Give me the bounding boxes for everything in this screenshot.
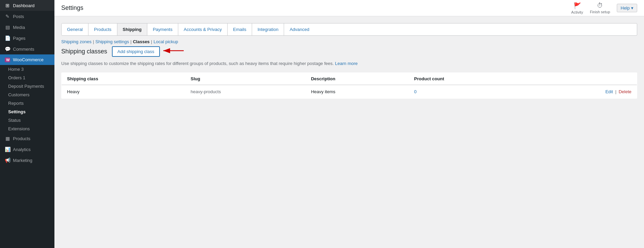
sidebar-item-label: Products xyxy=(13,136,30,141)
tab-general[interactable]: General xyxy=(62,23,88,35)
help-button[interactable]: Help ▾ xyxy=(617,4,637,12)
orders-badge: 1 xyxy=(23,75,25,80)
sub-nav-pickup[interactable]: Local pickup xyxy=(153,39,178,44)
tab-payments[interactable]: Payments xyxy=(147,23,178,35)
section-description: Use shipping classes to customize the sh… xyxy=(61,60,637,67)
row-actions: Edit | Delete xyxy=(528,85,637,98)
col-description: Description xyxy=(306,72,409,85)
finish-setup-icon: ⏱ xyxy=(597,2,603,9)
sidebar-sub-settings[interactable]: Settings xyxy=(0,108,54,116)
dashboard-icon: ⊞ xyxy=(5,3,10,8)
sidebar-item-label: Dashboard xyxy=(13,3,35,8)
shipping-classes-table: Shipping class Slug Description Product … xyxy=(61,72,637,99)
row-description: Heavy items xyxy=(306,85,409,98)
sidebar-item-products[interactable]: ▦ Products xyxy=(0,133,54,144)
home-badge: 3 xyxy=(21,67,23,72)
sidebar-item-posts[interactable]: ✎ Posts xyxy=(0,11,54,22)
main-content: Settings 🚩 Activity ⏱ Finish setup Help … xyxy=(54,0,644,248)
sidebar-item-label: Comments xyxy=(13,47,34,52)
sidebar-item-label: Pages xyxy=(13,36,26,41)
tab-integration[interactable]: Integration xyxy=(252,23,284,35)
add-shipping-class-button[interactable]: Add shipping class xyxy=(112,46,160,57)
sidebar-sub-reports[interactable]: Reports xyxy=(0,99,54,108)
pages-icon: 📄 xyxy=(5,35,10,41)
activity-label: Activity xyxy=(571,10,583,14)
sidebar-sub-orders[interactable]: Orders 1 xyxy=(0,73,54,82)
topbar-right: 🚩 Activity ⏱ Finish setup Help ▾ xyxy=(571,2,637,14)
settings-tabs: General Products Shipping Payments Accou… xyxy=(61,23,637,36)
sub-nav: Shipping zones | Shipping settings | Cla… xyxy=(61,36,637,46)
activity-button[interactable]: 🚩 Activity xyxy=(571,2,583,14)
sidebar-item-analytics[interactable]: 📊 Analytics xyxy=(0,144,54,155)
sidebar-item-media[interactable]: ▤ Media xyxy=(0,22,54,33)
tab-shipping[interactable]: Shipping xyxy=(117,23,148,35)
row-class-name: Heavy xyxy=(62,85,185,98)
red-arrow-annotation xyxy=(162,46,185,56)
delete-link[interactable]: Delete xyxy=(618,89,631,94)
col-shipping-class: Shipping class xyxy=(62,72,185,85)
col-actions xyxy=(528,72,637,85)
sidebar-sub-extensions[interactable]: Extensions xyxy=(0,125,54,133)
media-icon: ▤ xyxy=(5,24,10,30)
tab-emails[interactable]: Emails xyxy=(228,23,252,35)
sub-nav-classes: Classes xyxy=(133,39,150,44)
sidebar-item-dashboard[interactable]: ⊞ Dashboard xyxy=(0,0,54,11)
sidebar-item-label: Marketing xyxy=(13,158,32,163)
learn-more-link[interactable]: Learn more xyxy=(335,61,358,66)
section-title: Shipping classes xyxy=(61,48,107,55)
sidebar-item-label: Analytics xyxy=(13,147,31,152)
finish-setup-button[interactable]: ⏱ Finish setup xyxy=(590,2,610,14)
sub-nav-zones[interactable]: Shipping zones xyxy=(61,39,92,44)
sidebar-item-label: WooCommerce xyxy=(13,57,44,62)
sidebar-sub-customers[interactable]: Customers xyxy=(0,90,54,99)
chevron-down-icon: ▾ xyxy=(631,5,633,11)
tab-advanced[interactable]: Advanced xyxy=(284,23,315,35)
finish-setup-label: Finish setup xyxy=(590,10,610,14)
row-product-count: 0 xyxy=(409,85,528,98)
sidebar-item-marketing[interactable]: 📢 Marketing xyxy=(0,155,54,166)
sidebar-sub-status[interactable]: Status xyxy=(0,116,54,125)
sidebar-sub-home[interactable]: Home 3 xyxy=(0,65,54,73)
table-body: Heavy heavy-products Heavy items 0 Edit … xyxy=(62,85,637,98)
add-class-wrapper: Add shipping class xyxy=(112,46,160,57)
marketing-icon: 📢 xyxy=(5,158,10,163)
content-area: General Products Shipping Payments Accou… xyxy=(54,16,644,248)
sidebar-item-woocommerce[interactable]: W WooCommerce xyxy=(0,54,54,65)
page-title: Settings xyxy=(61,4,83,12)
table-header: Shipping class Slug Description Product … xyxy=(62,72,637,85)
woo-icon: W xyxy=(5,57,10,62)
sidebar-item-label: Posts xyxy=(13,14,24,19)
table-row: Heavy heavy-products Heavy items 0 Edit … xyxy=(62,85,637,98)
topbar: Settings 🚩 Activity ⏱ Finish setup Help … xyxy=(54,0,644,16)
sub-nav-settings[interactable]: Shipping settings xyxy=(95,39,129,44)
posts-icon: ✎ xyxy=(5,14,10,19)
activity-icon: 🚩 xyxy=(574,2,581,10)
comments-icon: 💬 xyxy=(5,46,10,52)
sidebar-sub-deposit[interactable]: Deposit Payments xyxy=(0,82,54,90)
tab-products[interactable]: Products xyxy=(88,23,117,35)
products-icon: ▦ xyxy=(5,136,10,141)
col-count: Product count xyxy=(409,72,528,85)
analytics-icon: 📊 xyxy=(5,147,10,152)
tab-accounts[interactable]: Accounts & Privacy xyxy=(178,23,228,35)
sidebar: ⊞ Dashboard ✎ Posts ▤ Media 📄 Pages 💬 Co… xyxy=(0,0,54,248)
col-slug: Slug xyxy=(185,72,306,85)
sidebar-item-comments[interactable]: 💬 Comments xyxy=(0,44,54,54)
sidebar-item-pages[interactable]: 📄 Pages xyxy=(0,33,54,44)
edit-link[interactable]: Edit xyxy=(605,89,613,94)
sidebar-item-label: Media xyxy=(13,25,25,30)
section-header: Shipping classes Add shipping class xyxy=(61,46,637,57)
row-slug: heavy-products xyxy=(185,85,306,98)
